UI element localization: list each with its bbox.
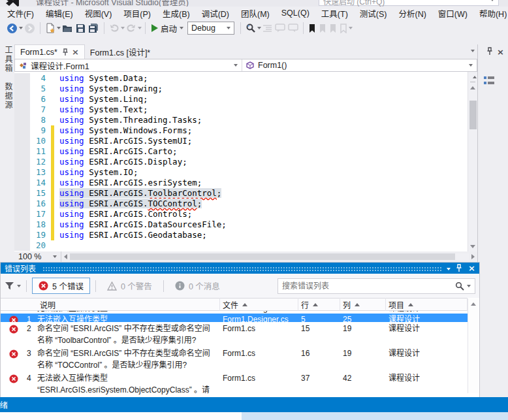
error-list-scrollbar[interactable] <box>468 299 478 393</box>
menu-item[interactable]: 视图(V) <box>79 6 118 21</box>
undo-button[interactable] <box>108 21 121 35</box>
error-row[interactable]: 2 命名空间 “ESRI.ArcGIS” 中不存在类型或命名空间名称 “Tool… <box>1 322 468 347</box>
window-position-icon[interactable] <box>447 268 451 270</box>
menu-item[interactable]: 分析(N) <box>392 6 432 21</box>
tab-form1-cs-design[interactable]: Form1.cs [设计]* <box>85 44 155 59</box>
chevron-down-icon[interactable] <box>467 285 471 287</box>
pin-icon[interactable] <box>62 48 69 56</box>
breakpoint-margin[interactable] <box>14 167 30 178</box>
editor-vertical-scrollbar[interactable] <box>468 72 477 251</box>
find-button[interactable] <box>244 21 257 35</box>
class-dropdown[interactable]: 课程设计.Form1 <box>15 59 242 71</box>
error-icon <box>9 374 18 383</box>
scroll-up-icon[interactable] <box>471 302 476 306</box>
right-dock-strip: × <box>477 44 508 397</box>
search-input[interactable] <box>282 282 455 291</box>
member-dropdown[interactable]: Form1() <box>242 59 477 71</box>
close-icon[interactable]: × <box>497 47 504 57</box>
splitter-grip[interactable] <box>470 73 475 82</box>
menu-item[interactable]: SQL(Q) <box>276 7 315 19</box>
menu-item[interactable]: 项目(P) <box>118 6 157 21</box>
new-item-button[interactable] <box>44 21 57 35</box>
errors-filter-button[interactable]: 5 个错误 <box>32 278 90 294</box>
breakpoint-margin[interactable] <box>14 73 30 84</box>
column-column[interactable]: 列 <box>340 298 386 311</box>
menu-item[interactable]: 测试(S) <box>354 6 393 21</box>
search-icon[interactable] <box>455 282 464 291</box>
error-row[interactable]: 3 命名空间 “ESRI.ArcGIS” 中不存在类型或命名空间名称 “TOCC… <box>1 347 468 372</box>
document-outline-icon[interactable] <box>483 75 495 87</box>
menu-item[interactable]: 工具(T) <box>315 6 354 21</box>
menu-item[interactable]: 调试(D) <box>196 6 235 21</box>
start-debug-button[interactable]: 启动 <box>149 21 185 35</box>
code-editor[interactable]: 4 using System.Data; 5 using System.Draw… <box>14 72 468 251</box>
filter-icon[interactable] <box>5 282 14 291</box>
breakpoint-margin[interactable] <box>14 157 30 167</box>
prev-bookmark-button[interactable] <box>317 21 328 35</box>
breakpoint-margin[interactable] <box>14 136 30 146</box>
scroll-down-icon[interactable] <box>470 245 475 248</box>
back-button[interactable] <box>5 21 19 35</box>
scrollbar-thumb[interactable] <box>469 101 477 129</box>
solution-configuration-dropdown[interactable]: Debug <box>187 22 234 35</box>
tab-form1-cs[interactable]: Form1.cs* × <box>14 44 85 59</box>
indent-button[interactable] <box>261 21 274 35</box>
breakpoint-margin[interactable] <box>14 125 30 136</box>
breakpoint-margin[interactable] <box>14 240 30 251</box>
clear-bookmarks-button[interactable] <box>338 21 349 35</box>
error-list-search-box[interactable] <box>278 278 475 294</box>
breakpoint-margin[interactable] <box>14 219 30 230</box>
chevron-down-icon[interactable] <box>349 27 353 29</box>
error-column: 19 <box>340 347 386 371</box>
breakpoint-margin[interactable] <box>14 230 30 240</box>
breakpoint-margin[interactable] <box>14 146 30 157</box>
redo-button[interactable] <box>125 21 138 35</box>
editor-zoom-dropdown[interactable]: 100 % <box>14 251 61 262</box>
pin-icon[interactable] <box>456 264 462 272</box>
uncomment-button[interactable] <box>287 21 300 35</box>
close-icon[interactable]: × <box>72 47 79 57</box>
breakpoint-margin[interactable] <box>14 188 30 199</box>
column-line[interactable]: 行 <box>298 298 340 311</box>
menu-item[interactable]: 帮助(H) <box>473 6 508 21</box>
menu-item[interactable]: 生成(B) <box>157 6 196 21</box>
breakpoint-margin[interactable] <box>14 94 30 105</box>
selected-row[interactable]: 1 无法嵌入互操作类型 “ESRI.ArcGIS.esriSystem.Obje… <box>1 314 468 322</box>
error-row[interactable]: 4 无法嵌入互操作类型 “ESRI.ArcGIS.esriSystem.Obje… <box>1 372 468 398</box>
pin-icon[interactable] <box>486 47 493 56</box>
breakpoint-margin[interactable] <box>14 209 30 219</box>
column-file[interactable]: 文件 <box>220 298 298 311</box>
menu-item[interactable]: 窗口(W) <box>432 6 473 21</box>
editor-horizontal-scrollbar[interactable] <box>70 253 469 260</box>
save-all-button[interactable] <box>87 21 101 35</box>
forward-button[interactable] <box>23 21 37 35</box>
sidebar-tab-data-sources[interactable]: 数据源 <box>3 82 14 110</box>
next-bookmark-button[interactable] <box>328 21 338 35</box>
breakpoint-margin[interactable] <box>14 115 30 125</box>
menu-item[interactable]: 编辑(E) <box>40 6 79 21</box>
chevron-down-icon[interactable] <box>17 285 21 287</box>
breakpoint-margin[interactable] <box>14 84 30 94</box>
sidebar-tab-toolbox[interactable]: 工具箱 <box>3 46 14 73</box>
scroll-up-icon[interactable] <box>470 86 475 89</box>
toggle-bookmark-button[interactable] <box>307 21 317 35</box>
tab-well-dropdown-icon[interactable] <box>471 50 475 52</box>
menu-item[interactable]: 文件(F) <box>1 6 40 21</box>
save-button[interactable] <box>74 21 87 35</box>
breakpoint-margin[interactable] <box>14 105 30 115</box>
chevron-down-icon[interactable] <box>138 27 142 29</box>
close-icon[interactable]: × <box>468 263 475 273</box>
column-description[interactable]: 说明 <box>37 298 220 311</box>
add-item-button[interactable] <box>61 21 74 35</box>
column-project[interactable]: 项目 <box>386 298 468 311</box>
error-list-title-bar[interactable]: 错误列表 × <box>1 263 479 274</box>
messages-filter-button[interactable]: 0 个消息 <box>169 280 226 292</box>
scrollbar-thumb[interactable] <box>70 253 455 260</box>
warnings-filter-button[interactable]: 0 个警告 <box>101 280 158 292</box>
comment-button[interactable] <box>274 21 287 35</box>
scroll-right-icon[interactable] <box>471 254 475 259</box>
menu-item[interactable]: 团队(M) <box>235 6 276 21</box>
breakpoint-margin[interactable] <box>14 199 30 209</box>
breakpoint-margin[interactable] <box>14 178 30 188</box>
scroll-left-icon[interactable] <box>64 254 67 259</box>
